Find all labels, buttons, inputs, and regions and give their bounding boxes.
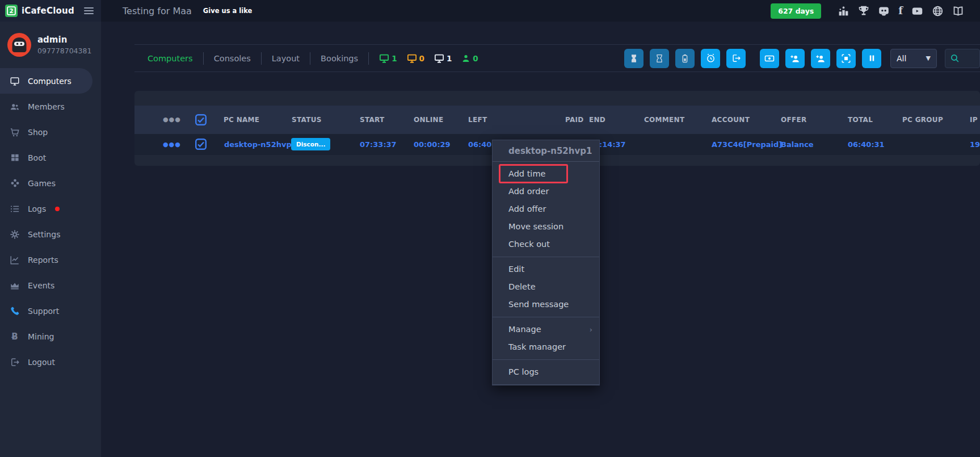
sidebar-item-settings[interactable]: Settings bbox=[0, 221, 101, 247]
column-header-online[interactable]: ONLINE bbox=[414, 106, 443, 134]
column-header-end[interactable]: END bbox=[589, 106, 605, 134]
icafecloud-logo-icon: 2 bbox=[5, 5, 18, 17]
menu-item-move-session[interactable]: Move session bbox=[493, 218, 599, 236]
column-header-offer[interactable]: OFFER bbox=[781, 106, 807, 134]
column-header-pc-group[interactable]: PC GROUP bbox=[902, 106, 943, 134]
sidebar-item-label: Games bbox=[28, 179, 56, 188]
offline-pcs-counter: 1 bbox=[434, 53, 452, 64]
status-counters: 1 0 1 0 bbox=[379, 53, 478, 64]
menu-item-pc-logs[interactable]: PC logs bbox=[493, 363, 599, 381]
cash-icon[interactable] bbox=[760, 49, 779, 68]
crown-icon bbox=[10, 280, 20, 291]
days-remaining-badge[interactable]: 627 days bbox=[771, 3, 821, 19]
sidebar-nav: Computers Members Shop Boot Games Logs S… bbox=[0, 68, 101, 375]
menu-item-edit[interactable]: Edit bbox=[493, 261, 599, 278]
column-header-pc-name[interactable]: PC NAME bbox=[224, 106, 259, 134]
sidebar-item-label: Computers bbox=[28, 77, 71, 86]
sidebar-item-events[interactable]: Events bbox=[0, 272, 101, 298]
chart-icon bbox=[10, 255, 20, 265]
cell-ip: 192 bbox=[970, 134, 980, 155]
alarm-clock-icon[interactable] bbox=[701, 49, 720, 68]
pause-icon[interactable] bbox=[862, 49, 881, 68]
monitor-icon bbox=[379, 53, 389, 64]
column-header-left[interactable]: LEFT bbox=[468, 106, 487, 134]
hourglass-outline-icon[interactable] bbox=[650, 49, 669, 68]
trophy-icon[interactable] bbox=[858, 5, 869, 16]
person-add-icon[interactable] bbox=[785, 49, 805, 68]
youtube-icon[interactable] bbox=[911, 5, 923, 17]
tab-bookings[interactable]: Bookings bbox=[310, 52, 369, 65]
remote-screen-icon[interactable] bbox=[836, 49, 856, 68]
status-badge: Discon... bbox=[291, 138, 330, 150]
cell-online: 00:00:29 bbox=[414, 134, 451, 155]
sidebar-item-mining[interactable]: Ƀ Mining bbox=[0, 324, 101, 349]
sidebar-item-support[interactable]: Support bbox=[0, 298, 101, 324]
sidebar-item-shop[interactable]: Shop bbox=[0, 119, 101, 145]
column-options-icon[interactable]: ●●● bbox=[163, 106, 181, 134]
cell-account[interactable]: A73C46[Prepaid] bbox=[712, 134, 782, 155]
tab-consoles[interactable]: Consoles bbox=[204, 52, 262, 65]
sidebar-item-computers[interactable]: Computers bbox=[0, 68, 92, 94]
menu-item-add-order[interactable]: Add order bbox=[493, 183, 599, 200]
menu-item-delete[interactable]: Delete bbox=[493, 278, 599, 296]
sidebar-item-members[interactable]: Members bbox=[0, 94, 101, 119]
user-name: admin bbox=[37, 35, 91, 45]
person-add-icon[interactable] bbox=[811, 49, 830, 68]
column-header-comment[interactable]: COMMENT bbox=[644, 106, 684, 134]
tab-layout[interactable]: Layout bbox=[262, 52, 310, 65]
sidebar-item-reports[interactable]: Reports bbox=[0, 247, 101, 272]
docs-book-icon[interactable] bbox=[952, 5, 964, 17]
globe-icon[interactable] bbox=[932, 5, 944, 17]
monitor-icon bbox=[434, 53, 444, 64]
row-checkbox[interactable] bbox=[195, 139, 207, 150]
ranking-icon[interactable] bbox=[838, 5, 849, 17]
select-all-checkbox[interactable] bbox=[195, 114, 207, 125]
cell-total: 06:40:31 bbox=[848, 134, 885, 155]
give-us-a-like-link[interactable]: Give us a like bbox=[203, 7, 253, 15]
menu-item-check-out[interactable]: Check out bbox=[493, 236, 599, 253]
list-icon bbox=[10, 204, 20, 214]
search-input[interactable] bbox=[945, 49, 980, 68]
view-tabs: Computers Consoles Layout Bookings bbox=[137, 52, 369, 65]
group-filter-select[interactable]: All ▼ bbox=[890, 49, 937, 68]
column-header-ip[interactable]: IP A bbox=[970, 106, 980, 134]
column-header-paid[interactable]: PAID bbox=[565, 106, 584, 134]
menu-item-manage[interactable]: Manage › bbox=[493, 321, 599, 338]
column-header-status[interactable]: STATUS bbox=[292, 106, 322, 134]
sidebar-item-label: Mining bbox=[28, 332, 54, 341]
user-profile[interactable]: admin 097778704381 bbox=[0, 22, 101, 68]
row-options-icon[interactable]: ●●● bbox=[163, 134, 181, 155]
sign-out-icon[interactable] bbox=[726, 49, 746, 68]
menu-item-add-time[interactable]: Add time bbox=[493, 165, 599, 183]
context-menu-group: Add time Add order Add offer Move sessio… bbox=[493, 162, 599, 257]
sidebar-item-logs[interactable]: Logs bbox=[0, 196, 101, 221]
hamburger-menu-icon[interactable] bbox=[84, 6, 94, 16]
logout-icon bbox=[10, 357, 20, 367]
users-icon bbox=[10, 102, 20, 112]
brand-name: iCafeCloud bbox=[22, 6, 74, 16]
person-icon bbox=[461, 54, 470, 63]
facebook-icon[interactable]: f bbox=[898, 5, 903, 16]
sidebar-item-logout[interactable]: Logout bbox=[0, 349, 101, 375]
tab-computers[interactable]: Computers bbox=[137, 52, 204, 65]
hourglass-filled-icon[interactable] bbox=[624, 49, 643, 68]
discord-icon[interactable] bbox=[878, 5, 890, 17]
column-header-start[interactable]: START bbox=[360, 106, 385, 134]
sidebar-item-label: Support bbox=[28, 307, 59, 316]
menu-item-send-message[interactable]: Send message bbox=[493, 296, 599, 313]
cell-pc-name[interactable]: desktop-n52hvp1 bbox=[224, 134, 297, 155]
windows-icon bbox=[10, 153, 20, 162]
online-pcs-counter: 1 bbox=[379, 53, 397, 64]
gear-icon bbox=[10, 229, 20, 240]
column-header-total[interactable]: TOTAL bbox=[848, 106, 873, 134]
battery-icon[interactable] bbox=[675, 49, 695, 68]
cell-start: 07:33:37 bbox=[360, 134, 397, 155]
sidebar: admin 097778704381 Computers Members Sho… bbox=[0, 22, 101, 457]
table-header-row: ●●● PC NAME STATUS START ONLINE LEFT PAI… bbox=[134, 106, 980, 134]
menu-item-task-manager[interactable]: Task manager bbox=[493, 338, 599, 356]
sidebar-item-games[interactable]: Games bbox=[0, 170, 101, 196]
sidebar-item-label: Logout bbox=[28, 358, 55, 367]
menu-item-add-offer[interactable]: Add offer bbox=[493, 200, 599, 218]
sidebar-item-boot[interactable]: Boot bbox=[0, 145, 101, 170]
column-header-account[interactable]: ACCOUNT bbox=[712, 106, 750, 134]
